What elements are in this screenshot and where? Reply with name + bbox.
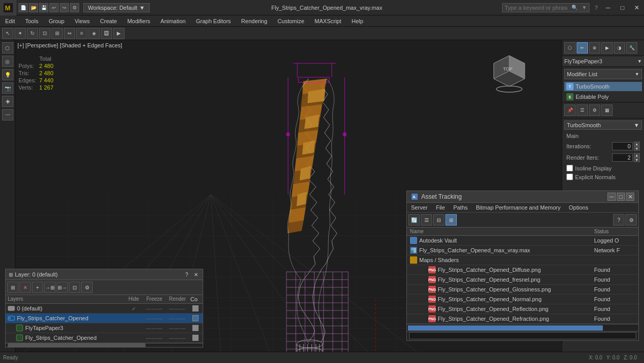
- asset-menu-paths[interactable]: Paths: [449, 203, 472, 212]
- hierarchy-tab[interactable]: ⊕: [589, 42, 600, 54]
- asset-menu-options[interactable]: Options: [565, 203, 593, 212]
- asset-refresh-btn[interactable]: 🔄: [408, 214, 420, 226]
- undo-icon[interactable]: ↩: [49, 3, 59, 12]
- menu-views[interactable]: Views: [69, 17, 95, 25]
- snap-btn[interactable]: ⊞: [51, 28, 63, 39]
- pin-btn[interactable]: 📌: [564, 105, 576, 116]
- asset-row-max-file[interactable]: Fly_Strips_Catcher_Opened_max_vray.max N…: [407, 246, 638, 255]
- layer-panel-close[interactable]: ✕: [192, 271, 200, 278]
- create-tab[interactable]: ⬡: [564, 42, 576, 54]
- layer-row-default[interactable]: 0 (default) ✓ ——— ———: [6, 304, 203, 314]
- help-icon[interactable]: ?: [592, 5, 601, 11]
- menu-tools[interactable]: Tools: [20, 17, 44, 25]
- placeholder-icon1[interactable]: ⚙: [70, 3, 79, 12]
- asset-close-btn[interactable]: ✕: [626, 193, 634, 201]
- menu-help[interactable]: Help: [347, 17, 369, 25]
- asset-row-normal[interactable]: PNG Fly_Strips_Catcher_Opened_Normal.png…: [407, 295, 638, 304]
- asset-row-fresnel[interactable]: PNG Fly_Strips_Catcher_Opened_fresnel.pn…: [407, 275, 638, 285]
- search-options-icon[interactable]: ▼: [580, 4, 589, 11]
- asset-settings-btn[interactable]: ⚙: [625, 214, 637, 226]
- open-file-icon[interactable]: 📂: [29, 3, 38, 12]
- layer-settings-btn[interactable]: ⚙: [81, 282, 93, 293]
- workspace-button[interactable]: Workspace: Default ▼: [83, 3, 150, 12]
- menu-graph-editors[interactable]: Graph Editors: [191, 17, 236, 25]
- turbosmooth-modifier[interactable]: T TurboSmooth: [564, 82, 642, 91]
- layer-row-flytape[interactable]: FlyTapePaper3 ——— ———: [6, 323, 203, 333]
- layer-panel-question[interactable]: ?: [183, 271, 190, 278]
- mirror-btn[interactable]: ⇔: [64, 28, 75, 39]
- render-iters-up[interactable]: ▲: [634, 153, 640, 158]
- motion-tab[interactable]: ▶: [601, 42, 613, 54]
- cameras-btn[interactable]: 📷: [2, 82, 13, 94]
- iterations-down[interactable]: ▼: [634, 146, 640, 151]
- render-iters-down[interactable]: ▼: [634, 158, 640, 162]
- render-iters-input[interactable]: [612, 153, 633, 162]
- asset-maximize-btn[interactable]: □: [617, 193, 625, 201]
- menu-customize[interactable]: Customize: [273, 17, 310, 25]
- render-iters-spinner[interactable]: ▲ ▼: [634, 153, 640, 162]
- minimize-button[interactable]: ─: [601, 0, 615, 15]
- quick-render-btn[interactable]: ▶: [113, 28, 124, 39]
- editable-poly-modifier[interactable]: E Editable Poly: [564, 92, 642, 101]
- rotate-btn[interactable]: ↻: [27, 28, 38, 39]
- asset-row-refraction[interactable]: PNG Fly_Strips_Catcher_Opened_Refraction…: [407, 314, 638, 324]
- menu-modifiers[interactable]: Modifiers: [122, 17, 155, 25]
- modify-tab active[interactable]: ✏: [577, 42, 588, 54]
- asset-menu-server[interactable]: Server: [407, 203, 432, 212]
- configure-btn[interactable]: ⚙: [589, 105, 600, 116]
- close-button[interactable]: ✕: [630, 0, 644, 15]
- menu-create[interactable]: Create: [95, 17, 122, 25]
- select-btn[interactable]: ↖: [2, 28, 13, 39]
- asset-minimize-btn[interactable]: ─: [607, 193, 616, 201]
- asset-help-btn[interactable]: ?: [613, 214, 624, 226]
- render-setup-btn[interactable]: 🖼: [101, 28, 112, 39]
- asset-detail-view-btn[interactable]: ⊞: [445, 214, 457, 226]
- asset-menu-bitmap[interactable]: Bitmap Performance and Memory: [472, 203, 564, 212]
- modifier-type-btn[interactable]: ▦: [601, 105, 613, 116]
- asset-list-view-btn[interactable]: ☰: [421, 214, 432, 226]
- asset-path-input[interactable]: [409, 332, 636, 339]
- spacewarps-btn[interactable]: 〰: [2, 109, 13, 120]
- layer-row-fly-obj[interactable]: Fly_Strips_Catcher_Opened ——— ———: [6, 333, 203, 343]
- layer-delete-btn[interactable]: ✕: [20, 282, 31, 293]
- asset-row-diffuse[interactable]: PNG Fly_Strips_Catcher_Opened_Diffuse.pn…: [407, 265, 638, 275]
- asset-split-view-btn[interactable]: ⊟: [433, 214, 444, 226]
- asset-row-reflection[interactable]: PNG Fly_Strips_Catcher_Opened_Reflection…: [407, 304, 638, 314]
- material-btn[interactable]: ◈: [88, 28, 100, 39]
- layer-row-fly-strips[interactable]: Fly_Strips_Catcher_Opened ——— ———: [6, 314, 203, 323]
- maximize-button[interactable]: □: [615, 0, 630, 15]
- menu-animation[interactable]: Animation: [155, 17, 191, 25]
- asset-row-glossiness[interactable]: PNG Fly_Strips_Catcher_Opened_Glossiness…: [407, 285, 638, 295]
- menu-group[interactable]: Group: [44, 17, 70, 25]
- lights-btn[interactable]: 💡: [2, 69, 13, 80]
- turbosmooth-section-header[interactable]: TurboSmooth ▼: [564, 120, 642, 130]
- modifier-options-btn[interactable]: ☰: [577, 105, 588, 116]
- layer-layers-btn[interactable]: ⊞: [7, 282, 19, 293]
- display-tab[interactable]: ◑: [614, 42, 625, 54]
- new-file-icon[interactable]: 📄: [19, 3, 28, 12]
- search-icon[interactable]: 🔍: [569, 4, 580, 11]
- create-geometry-btn[interactable]: ⬡: [2, 42, 13, 54]
- iterations-up[interactable]: ▲: [634, 142, 640, 146]
- iterations-input[interactable]: [612, 142, 633, 150]
- modifier-list-dropdown[interactable]: Modifier List ▼: [564, 69, 642, 79]
- asset-menu-file[interactable]: File: [432, 203, 449, 212]
- search-input[interactable]: [503, 4, 569, 12]
- layer-scrollbar[interactable]: [6, 343, 203, 347]
- helpers-btn[interactable]: ✚: [2, 96, 13, 107]
- layer-add-btn[interactable]: +: [32, 282, 43, 293]
- layer-to-layer-btn[interactable]: →⊞: [44, 282, 56, 293]
- menu-edit[interactable]: Edit: [0, 17, 20, 25]
- create-shapes-btn[interactable]: ◎: [2, 56, 13, 67]
- redo-icon[interactable]: ↪: [60, 3, 69, 12]
- scale-btn[interactable]: ⊡: [39, 28, 50, 39]
- explicit-normals-checkbox[interactable]: [566, 174, 573, 180]
- menu-rendering[interactable]: Rendering: [236, 17, 273, 25]
- layer-scrollbar-thumb[interactable]: [8, 343, 146, 348]
- utilities-tab[interactable]: 🔧: [626, 42, 637, 54]
- move-btn[interactable]: ✦: [14, 28, 26, 39]
- asset-row-maps-folder[interactable]: Maps / Shaders: [407, 255, 638, 265]
- save-file-icon[interactable]: 💾: [39, 3, 48, 12]
- menu-maxscript[interactable]: MAXScript: [310, 17, 347, 25]
- layer-from-layer-btn[interactable]: ⊞→: [57, 282, 68, 293]
